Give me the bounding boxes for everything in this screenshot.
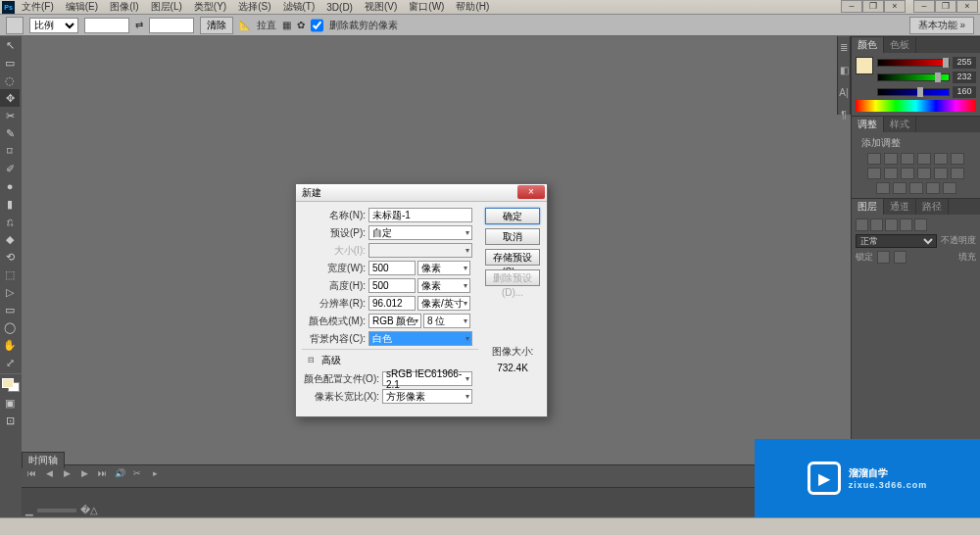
stamp-tool-icon[interactable]: ✐	[0, 160, 20, 177]
adj-icon[interactable]	[943, 182, 956, 194]
adj-icon[interactable]	[926, 182, 940, 194]
doc-close-button[interactable]: ×	[884, 0, 906, 13]
restore-button[interactable]: ❐	[935, 0, 956, 13]
grid-icon[interactable]: ▦	[282, 20, 291, 30]
filter-icon[interactable]	[914, 219, 927, 231]
history-icon[interactable]: ≣	[838, 42, 850, 53]
cancel-button[interactable]: 取消	[485, 228, 540, 245]
tab-timeline[interactable]: 时间轴	[22, 452, 65, 468]
width-unit-select[interactable]: 像素	[417, 261, 470, 275]
adj-icon[interactable]	[917, 153, 931, 165]
path-tool-icon[interactable]: ▭	[0, 301, 20, 318]
eyedropper-tool-icon[interactable]: ✂	[0, 107, 20, 124]
adj-icon[interactable]	[917, 168, 931, 179]
color-preview[interactable]	[856, 57, 873, 74]
menu-select[interactable]: 选择(S)	[234, 0, 274, 14]
fg-color[interactable]	[2, 378, 14, 388]
blend-mode-select[interactable]: 正常	[856, 234, 937, 248]
delete-cropped-checkbox[interactable]	[311, 18, 323, 33]
close-button[interactable]: ×	[956, 0, 978, 13]
adj-icon[interactable]	[884, 168, 898, 179]
tab-adjustments[interactable]: 调整	[852, 117, 884, 132]
bg-select[interactable]: 白色	[368, 331, 472, 346]
properties-icon[interactable]: ◧	[838, 65, 850, 75]
ratio-h-input[interactable]	[149, 18, 194, 33]
res-unit-select[interactable]: 像素/英寸	[417, 296, 470, 311]
tab-channels[interactable]: 通道	[884, 199, 916, 215]
character-icon[interactable]: A|	[838, 87, 850, 98]
brush-tool-icon[interactable]: ⌑	[0, 142, 20, 160]
menu-type[interactable]: 类型(Y)	[190, 0, 230, 14]
play-icon[interactable]: ▶	[60, 468, 74, 482]
paragraph-icon[interactable]: ¶	[838, 110, 850, 121]
adj-icon[interactable]	[893, 182, 906, 194]
menu-layer[interactable]: 图层(L)	[147, 0, 186, 14]
adj-icon[interactable]	[867, 168, 881, 179]
gear-icon[interactable]: ✿	[297, 20, 305, 30]
adj-icon[interactable]	[951, 168, 964, 179]
adj-icon[interactable]	[934, 153, 948, 165]
swap-icon[interactable]: ⇄	[135, 20, 143, 30]
adj-icon[interactable]	[901, 153, 914, 165]
audio-icon[interactable]: 🔊	[113, 468, 126, 482]
depth-select[interactable]: 8 位	[423, 314, 470, 328]
crop-tool-icon[interactable]: ✥	[0, 89, 20, 107]
gradient-tool-icon[interactable]: ⎌	[0, 213, 20, 230]
mode-select[interactable]: RGB 颜色	[368, 314, 421, 328]
zoom-slider[interactable]	[37, 509, 76, 512]
ratio-select[interactable]: 比例	[29, 18, 78, 33]
history-brush-tool-icon[interactable]: ●	[0, 177, 20, 195]
name-input[interactable]	[368, 208, 472, 222]
screenmode-icon[interactable]: ⊡	[0, 412, 20, 429]
tab-color[interactable]: 颜色	[852, 37, 884, 53]
clear-button[interactable]: 清除	[200, 17, 233, 34]
tab-styles[interactable]: 样式	[884, 117, 916, 132]
healing-tool-icon[interactable]: ✎	[0, 124, 20, 142]
adj-icon[interactable]	[867, 153, 881, 165]
split-icon[interactable]: ✂	[130, 468, 144, 482]
ok-button[interactable]: 确定	[485, 208, 540, 224]
filter-icon[interactable]	[856, 219, 868, 231]
first-frame-icon[interactable]: ⏮	[24, 468, 38, 482]
adj-icon[interactable]	[934, 168, 948, 179]
dialog-close-button[interactable]: ×	[517, 185, 545, 199]
menu-image[interactable]: 图像(I)	[106, 0, 142, 14]
shape-tool-icon[interactable]: ◯	[0, 318, 20, 336]
lock-icon[interactable]	[894, 251, 906, 264]
aspect-select[interactable]: 方形像素	[382, 389, 472, 404]
height-input[interactable]	[368, 278, 416, 293]
tab-paths[interactable]: 路径	[916, 199, 949, 215]
dialog-titlebar[interactable]: 新建 ×	[296, 184, 547, 202]
dodge-tool-icon[interactable]: ⟲	[0, 248, 20, 266]
lasso-tool-icon[interactable]: ◌	[0, 72, 20, 89]
transition-icon[interactable]: ▸	[148, 468, 162, 482]
zoom-in-icon[interactable]: �△	[80, 505, 98, 515]
doc-minimize-button[interactable]: –	[841, 0, 862, 13]
blur-tool-icon[interactable]: ◆	[0, 230, 20, 248]
pen-tool-icon[interactable]: ⬚	[0, 266, 20, 283]
zoom-out-icon[interactable]: ▁	[25, 505, 33, 515]
g-value[interactable]: 232	[953, 72, 976, 83]
g-slider[interactable]	[877, 73, 950, 81]
color-swatch[interactable]	[2, 378, 20, 392]
minimize-button[interactable]: –	[913, 0, 935, 13]
lock-icon[interactable]	[877, 251, 890, 264]
spectrum-picker[interactable]	[856, 100, 976, 112]
workspace-switcher[interactable]: 基本功能 »	[909, 17, 974, 34]
filter-icon[interactable]	[900, 219, 912, 231]
save-preset-button[interactable]: 存储预设(S)...	[485, 249, 540, 266]
adj-icon[interactable]	[909, 182, 923, 194]
advanced-toggle[interactable]: ⊟高级	[308, 354, 478, 367]
marquee-tool-icon[interactable]: ▭	[0, 54, 20, 72]
b-value[interactable]: 160	[953, 86, 976, 98]
ratio-w-input[interactable]	[84, 18, 129, 33]
menu-window[interactable]: 窗口(W)	[405, 0, 448, 14]
straighten-icon[interactable]: 📐	[239, 20, 251, 30]
menu-3d[interactable]: 3D(D)	[322, 2, 357, 13]
zoom-tool-icon[interactable]: ⤢	[0, 354, 20, 371]
adj-icon[interactable]	[901, 168, 914, 179]
preset-select[interactable]: 自定	[368, 225, 472, 240]
prev-frame-icon[interactable]: ◀	[42, 468, 56, 482]
next-frame-icon[interactable]: ▶	[77, 468, 91, 482]
quickmask-icon[interactable]: ▣	[0, 394, 20, 412]
